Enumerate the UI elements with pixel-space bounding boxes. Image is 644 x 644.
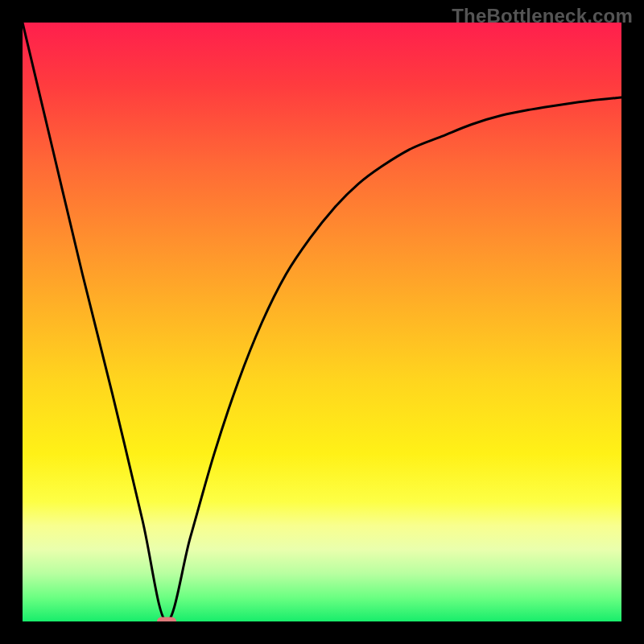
bottleneck-curve-path: [23, 23, 621, 621]
plot-area: [23, 23, 621, 621]
curve-svg: [23, 23, 621, 621]
optimal-marker: [157, 617, 176, 622]
chart-frame: TheBottleneck.com: [0, 0, 644, 644]
